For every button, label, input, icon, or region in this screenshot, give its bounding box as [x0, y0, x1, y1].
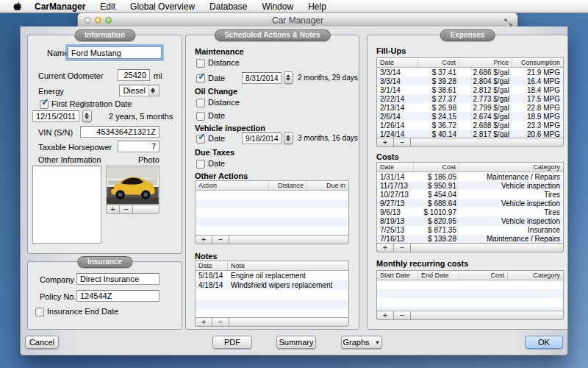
stepper-up-icon[interactable] — [286, 135, 290, 138]
stepper-up-icon[interactable] — [85, 113, 89, 116]
add-row-button[interactable]: + — [376, 311, 393, 320]
column-header-date[interactable]: Date — [377, 58, 418, 67]
dropdown-arrow-icon: ▼ — [375, 339, 381, 346]
remove-row-button[interactable]: − — [393, 243, 410, 252]
cancel-button[interactable]: Cancel — [25, 336, 59, 349]
column-header-due-in[interactable]: Due in — [307, 181, 348, 190]
remove-row-button[interactable]: − — [393, 311, 410, 320]
stepper-down-icon[interactable] — [151, 91, 155, 93]
window-titlebar[interactable]: Car Manager — [77, 13, 518, 27]
table-row[interactable]: 11/17/13$ 950.91Vehicle inspection — [377, 181, 563, 190]
company-input[interactable]: Direct Insurance — [76, 273, 159, 285]
table-row[interactable]: 3/3/14$ 39.282.804 $/gal16.4 MPG — [377, 77, 563, 85]
table-row[interactable]: 8/19/13$ 820.95Vehicle inspection — [377, 216, 563, 225]
vehicle-inspection-date-input[interactable]: 9/18/2014 — [242, 132, 282, 144]
vehicle-inspection-date-checkbox[interactable]: ✓ — [196, 135, 205, 144]
menu-item-global-overview[interactable]: Global Overview — [123, 1, 202, 12]
insurance-end-date-checkbox[interactable] — [35, 308, 44, 316]
table-cell: $ 871.35 — [414, 226, 459, 234]
add-row-button[interactable]: + — [195, 235, 212, 244]
column-header-distance[interactable]: Distance — [269, 181, 307, 190]
stepper-down-icon[interactable] — [85, 116, 89, 119]
ok-button[interactable]: OK — [525, 336, 563, 349]
table-cell: 2.812 $/gal — [459, 86, 512, 94]
menu-item-database[interactable]: Database — [202, 1, 254, 12]
menu-item-app[interactable]: CarManager — [27, 1, 93, 12]
maintenance-due-text: 2 months, 29 days — [298, 74, 358, 82]
table-row[interactable]: 4/18/14Windshield wipers replacement — [196, 280, 348, 290]
apple-menu-icon[interactable] — [7, 1, 27, 11]
horsepower-input[interactable]: 7 — [118, 141, 159, 152]
table-row[interactable]: 7/25/13$ 871.35Insurance — [377, 226, 563, 235]
table-row[interactable]: 2/22/14$ 27.372.773 $/gal17.5 MPG — [377, 94, 563, 103]
first-registration-checkbox[interactable]: ✓ — [40, 100, 49, 109]
add-photo-button[interactable]: + — [106, 205, 119, 214]
stepper-down-icon[interactable] — [286, 138, 290, 141]
table-row[interactable]: 2/13/14$ 26.982.799 $/gal22.8 MPG — [377, 103, 563, 112]
energy-popup[interactable]: Diesel — [119, 85, 159, 96]
remove-row-button[interactable]: − — [212, 235, 229, 244]
name-input[interactable]: Ford Mustang — [68, 46, 162, 59]
due-taxes-date-checkbox[interactable] — [196, 160, 205, 169]
table-cell: $ 39.28 — [418, 77, 459, 85]
table-row[interactable]: 5/18/14Engine oil replacement — [196, 271, 348, 280]
maintenance-date-input[interactable]: 8/31/2014 — [242, 72, 282, 84]
column-header-end-date[interactable]: End Date — [418, 271, 459, 280]
column-header-cost[interactable]: Cost — [414, 163, 459, 171]
vin-input[interactable]: 4534364Z1321Z — [80, 126, 159, 138]
odometer-input[interactable]: 25420 — [118, 69, 150, 81]
first-registration-elapsed: 2 years, 5 months — [109, 112, 173, 121]
vehicle-inspection-date-stepper[interactable] — [284, 132, 293, 144]
table-row[interactable]: 10/27/13$ 454.04Tires — [377, 190, 563, 199]
other-information-textarea[interactable] — [32, 166, 101, 244]
menu-item-window[interactable]: Window — [254, 1, 301, 12]
maintenance-date-checkbox[interactable]: ✓ — [196, 74, 205, 83]
table-row[interactable]: 9/27/13$ 688.64Vehicle inspection — [377, 199, 563, 208]
column-header-category[interactable]: Category — [459, 163, 563, 171]
table-row[interactable]: 1/26/14$ 36.722.688 $/gal23.3 MPG — [377, 121, 563, 130]
oil-change-date-checkbox[interactable] — [196, 112, 205, 121]
remove-photo-button[interactable]: − — [119, 205, 132, 214]
column-header-start-date[interactable]: Start Date — [377, 271, 418, 280]
stepper-up-icon[interactable] — [286, 74, 290, 77]
table-row[interactable]: 9/6/13$ 1010.97Tires — [377, 208, 563, 216]
add-row-button[interactable]: + — [376, 243, 393, 252]
policy-input[interactable]: 124544Z — [76, 290, 159, 302]
table-row[interactable]: 7/16/13$ 139.28Maintenance / Repairs — [377, 235, 563, 244]
remove-row-button[interactable]: − — [393, 138, 410, 147]
table-row[interactable]: 1/31/14$ 186.05Maintenance / Repairs — [377, 172, 563, 181]
column-header-category[interactable]: Category — [508, 271, 563, 280]
oil-change-distance-checkbox[interactable] — [196, 99, 205, 107]
first-registration-date-input[interactable]: 12/15/2011 — [32, 110, 79, 122]
add-row-button[interactable]: + — [195, 317, 212, 327]
energy-stepper[interactable] — [148, 85, 159, 96]
add-row-button[interactable]: + — [376, 138, 393, 147]
menu-item-edit[interactable]: Edit — [93, 1, 123, 12]
fullscreen-icon[interactable] — [504, 16, 512, 24]
first-registration-date-stepper[interactable] — [82, 110, 92, 122]
table-row[interactable]: 3/3/14$ 37.412.686 $/gal21.9 MPG — [377, 68, 563, 77]
remove-row-button[interactable]: − — [212, 317, 229, 327]
menu-item-help[interactable]: Help — [301, 1, 334, 12]
column-header-date[interactable]: Date — [196, 261, 228, 270]
column-header-action[interactable]: Action — [196, 181, 269, 190]
table-cell: 20.6 MPG — [512, 130, 563, 138]
column-header-date[interactable]: Date — [377, 163, 414, 171]
maintenance-date-stepper[interactable] — [284, 71, 293, 84]
table-cell: 2.804 $/gal — [459, 77, 512, 85]
information-panel-header: Information — [74, 29, 135, 41]
maintenance-distance-checkbox[interactable] — [196, 59, 205, 68]
pdf-button[interactable]: PDF — [212, 336, 252, 349]
column-header-note[interactable]: Note — [228, 261, 348, 270]
table-row[interactable]: 2/6/14$ 24.152.674 $/gal18.9 MPG — [377, 112, 563, 121]
graphs-button[interactable]: Graphs ▼ — [341, 336, 382, 349]
stepper-down-icon[interactable] — [286, 78, 290, 81]
fill-ups-table: DateCostPriceConsumption3/3/14$ 37.412.6… — [376, 57, 564, 139]
table-row[interactable]: 3/1/14$ 38.612.812 $/gal18.4 MPG — [377, 85, 563, 94]
column-header-cost[interactable]: Cost — [418, 58, 459, 67]
graphs-button-label: Graphs — [343, 338, 370, 347]
summary-button[interactable]: Summary — [276, 336, 316, 349]
column-header-price[interactable]: Price — [459, 58, 512, 67]
column-header-consumption[interactable]: Consumption — [512, 58, 563, 67]
column-header-cost[interactable]: Cost — [459, 271, 508, 280]
